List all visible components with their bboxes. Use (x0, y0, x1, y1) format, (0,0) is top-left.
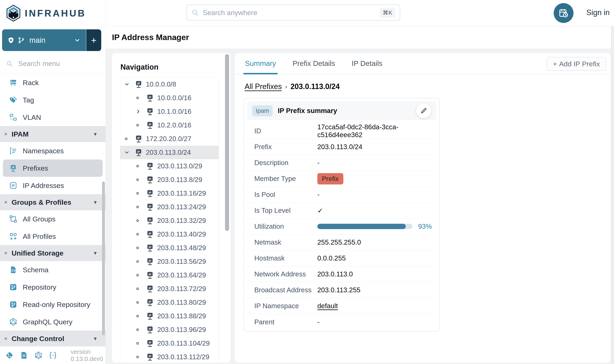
document-icon[interactable] (20, 351, 28, 359)
tree-item-10-0-0-0-16[interactable]: IP10.0.0.0/16 (120, 91, 219, 105)
tree-item-203-0-113-104-29[interactable]: IP203.0.113.104/29 (120, 337, 219, 350)
schedule-button[interactable] (554, 3, 574, 23)
sidebar-item-namespaces[interactable]: Namespaces (0, 142, 105, 159)
sidebar-item-read-only-repository[interactable]: Read-only Repository (0, 296, 105, 313)
circle-icon[interactable] (135, 315, 146, 317)
tree-item-203-0-113-0-24[interactable]: IP203.0.113.0/24 (120, 146, 219, 159)
tree-item-203-0-113-24-29[interactable]: IP203.0.113.24/29 (120, 200, 219, 214)
tree-item-203-0-113-88-29[interactable]: IP203.0.113.88/29 (120, 309, 219, 323)
sidebar-section-groups-profiles[interactable]: Groups & Profiles▾ (0, 194, 105, 210)
svg-text:IP: IP (149, 300, 151, 303)
svg-text:IP: IP (149, 246, 151, 249)
add-ip-prefix-button[interactable]: + Add IP Prefix (547, 57, 606, 71)
tree-item-203-0-113-0-29[interactable]: IP203.0.113.0/29 (120, 159, 219, 173)
sidebar-section-ipam[interactable]: IPAM▾ (0, 126, 105, 142)
tree-item-203-0-113-112-29[interactable]: IP203.0.113.112/29 (120, 350, 219, 363)
tree-item-203-0-113-72-29[interactable]: IP203.0.113.72/29 (120, 282, 219, 296)
tree-item-203-0-113-56-29[interactable]: IP203.0.113.56/29 (120, 255, 219, 268)
tree-item-203-0-113-16-29[interactable]: IP203.0.113.16/29 (120, 187, 219, 200)
tree-item-203-0-113-64-29[interactable]: IP203.0.113.64/29 (120, 268, 219, 282)
circle-icon[interactable] (135, 247, 146, 249)
circle-icon[interactable] (135, 192, 146, 195)
tree-item-203-0-113-32-29[interactable]: IP203.0.113.32/29 (120, 214, 219, 227)
tree-item-203-0-113-48-29[interactable]: IP203.0.113.48/29 (120, 241, 219, 255)
svg-text:IP: IP (149, 109, 151, 112)
chevron-down-icon[interactable] (124, 150, 134, 155)
tree-item-172-20-20-0-27[interactable]: IP172.20.20.0/27 (120, 132, 219, 146)
namespace-link[interactable]: default (317, 302, 338, 310)
sidebar-section-change-control[interactable]: Change Control▾ (0, 331, 105, 346)
infrahub-app: INFRAHUB main + Search menu (0, 0, 614, 364)
repository-icon (9, 283, 17, 291)
row-value: - (317, 191, 320, 198)
circle-icon[interactable] (135, 287, 146, 290)
ip-prefix-icon: IP (134, 134, 146, 143)
circle-icon[interactable] (135, 328, 146, 331)
circle-icon[interactable] (135, 342, 146, 345)
summary-row-netmask: Netmask255.255.255.0 (247, 234, 436, 250)
sidebar-item-all-profiles[interactable]: All Profiles (0, 228, 105, 245)
circle-icon[interactable] (135, 274, 146, 276)
circle-icon[interactable] (135, 97, 146, 99)
circle-icon[interactable] (135, 219, 146, 222)
breadcrumb-all-prefixes-link[interactable]: All Prefixes (245, 82, 282, 91)
tree-item-203-0-113-80-29[interactable]: IP203.0.113.80/29 (120, 296, 219, 309)
svg-text:IP: IP (137, 150, 140, 153)
circle-icon[interactable] (135, 233, 146, 235)
global-search-input[interactable]: Search anywhere ⌘K (187, 5, 400, 21)
menu-search-input[interactable]: Search menu (6, 60, 60, 67)
braces-icon[interactable] (49, 351, 57, 359)
tab-ip-details[interactable]: IP Details (352, 53, 382, 74)
branch-select-button[interactable]: main (2, 29, 86, 51)
tree-item-10-2-0-0-16[interactable]: IP10.2.0.0/16 (120, 118, 219, 132)
ipam-badge: Ipam (252, 105, 273, 116)
tab-summary[interactable]: Summary (245, 53, 276, 74)
tree-item-10-1-0-0-16[interactable]: IP10.1.0.0/16 (120, 105, 219, 118)
sidebar-item-vlan[interactable]: VLAN (0, 109, 105, 126)
circle-icon[interactable] (135, 124, 146, 126)
sidebar-item-ip-addresses[interactable]: IPIP Addresses (0, 177, 105, 194)
sign-in-link[interactable]: Sign in (586, 8, 610, 17)
row-value: 203.0.113.0/24 (317, 143, 362, 151)
circle-icon[interactable] (135, 206, 146, 208)
circle-icon[interactable] (124, 138, 134, 140)
sidebar-item-prefixes[interactable]: IPPrefixes (3, 159, 103, 177)
ip-prefix-icon: IP (146, 94, 157, 102)
circle-icon[interactable] (135, 301, 146, 304)
navigation-scrollbar[interactable] (225, 54, 229, 231)
tab-prefix-details[interactable]: Prefix Details (293, 53, 335, 74)
sidebar-item-schema[interactable]: Schema (0, 261, 105, 278)
tree-item-203-0-113-40-29[interactable]: IP203.0.113.40/29 (120, 227, 219, 241)
ip-prefix-icon: IP (146, 216, 157, 225)
sidebar-item-tag[interactable]: Tag (0, 91, 105, 109)
add-branch-button[interactable]: + (86, 29, 101, 51)
sidebar-item-all-groups[interactable]: All Groups (0, 210, 105, 228)
groups-icon (9, 215, 17, 223)
ip-prefix-icon: IP (146, 257, 157, 266)
tree-item-203-0-113-8-29[interactable]: IP203.0.113.8/29 (120, 173, 219, 187)
chevron-down-icon[interactable] (124, 81, 134, 87)
git-branch-icon (18, 37, 25, 44)
circle-icon[interactable] (135, 260, 146, 263)
tree-item-203-0-113-96-29[interactable]: IP203.0.113.96/29 (120, 323, 219, 337)
edit-button[interactable] (416, 103, 431, 118)
sidebar-item-rack[interactable]: Rack (0, 74, 105, 91)
graphql-icon[interactable] (34, 351, 42, 359)
circle-icon[interactable] (135, 179, 146, 181)
ip-prefix-icon: IP (146, 175, 157, 184)
sidebar-section-unified-storage[interactable]: Unified Storage▾ (0, 245, 105, 261)
circle-icon[interactable] (135, 165, 146, 167)
page-scrollbar[interactable] (611, 26, 614, 364)
bullet-icon (5, 133, 7, 135)
tab-content: All Prefixes › 203.0.113.0/24 Ipam IP Pr… (235, 82, 611, 332)
chevron-down-icon: ▾ (94, 131, 96, 137)
chevron-right-icon[interactable] (135, 109, 146, 115)
brand-name: INFRAHUB (25, 8, 86, 19)
tree-item-10-0-0-0-8[interactable]: IP10.0.0.0/8 (120, 78, 219, 91)
pencil-icon (420, 107, 427, 114)
sidebar-item-graphql-query[interactable]: GraphQL Query (0, 313, 105, 331)
git-icon[interactable] (5, 351, 14, 359)
circle-icon[interactable] (135, 356, 146, 358)
sidebar-scrollbar[interactable] (102, 181, 105, 335)
sidebar-item-repository[interactable]: Repository (0, 278, 105, 296)
